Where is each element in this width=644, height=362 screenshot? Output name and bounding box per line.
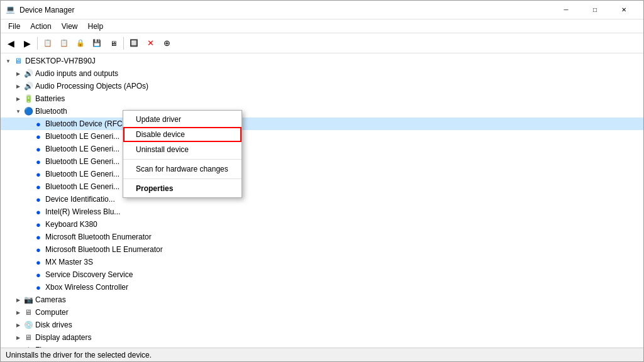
toolbar-sep-1: [37, 37, 38, 50]
bt-sds-label: Service Discovery Service: [45, 270, 133, 279]
tree-item-bt-sds[interactable]: ● Service Discovery Service: [1, 268, 643, 281]
menu-file[interactable]: File: [3, 21, 25, 32]
audio-inputs-expand-icon: ▶: [13, 69, 23, 79]
bt-le2-icon: ●: [33, 144, 43, 154]
ctx-properties[interactable]: Properties: [123, 181, 242, 196]
minimize-button[interactable]: ─: [552, 1, 580, 19]
bluetooth-expand-icon: ▼: [13, 106, 23, 116]
tree-item-apo[interactable]: ▶ 🔊 Audio Processing Objects (APOs): [1, 80, 643, 92]
tree-item-audio-inputs[interactable]: ▶ 🔊 Audio inputs and outputs: [1, 67, 643, 80]
root-label: DESKTOP-VH7B90J: [25, 57, 96, 65]
ctx-scan-changes[interactable]: Scan for hardware changes: [123, 162, 242, 177]
bt-mxmaster-expand-icon: [23, 257, 33, 267]
bt-mxmaster-label: MX Master 3S: [45, 258, 93, 266]
ctx-update-driver[interactable]: Update driver: [123, 112, 242, 127]
toolbar-driver[interactable]: 🔒: [73, 36, 88, 51]
tree-item-bt-rfcomm[interactable]: ● Bluetooth Device (RFCOMM Protocol TDI): [1, 118, 643, 130]
toolbar-remove[interactable]: ✕: [143, 36, 158, 51]
ctx-sep-2: [123, 178, 242, 179]
bt-kbd-icon: ●: [33, 219, 43, 229]
tree-item-bt-le3[interactable]: ● Bluetooth LE Generi...: [1, 155, 643, 168]
bt-rfcomm-expand-icon: [23, 119, 33, 129]
bt-intel-icon: ●: [33, 207, 43, 217]
bt-le1-expand-icon: [23, 131, 33, 141]
tree-item-bt-le2[interactable]: ● Bluetooth LE Generi...: [1, 143, 643, 155]
tree-item-disk[interactable]: ▶ 💿 Disk drives: [1, 319, 643, 331]
menu-help[interactable]: Help: [83, 21, 109, 32]
content-area: ▼ 🖥 DESKTOP-VH7B90J ▶ 🔊 Audio inputs and…: [1, 53, 643, 348]
toolbar-properties[interactable]: 📋: [40, 36, 55, 51]
disk-expand-icon: ▶: [13, 320, 23, 330]
bt-xbox-label: Xbox Wireless Controller: [45, 283, 128, 292]
status-text: Uninstalls the driver for the selected d…: [6, 351, 152, 359]
bt-devid-expand-icon: [23, 194, 33, 204]
toolbar-scan[interactable]: 🔲: [126, 36, 142, 51]
computer-expand-icon: ▶: [13, 307, 23, 317]
tree-item-bt-le4[interactable]: ● Bluetooth LE Generi...: [1, 168, 643, 180]
tree-item-bt-xbox[interactable]: ● Xbox Wireless Controller: [1, 281, 643, 293]
tree-item-batteries[interactable]: ▶ 🔋 Batteries: [1, 92, 643, 105]
apo-expand-icon: ▶: [13, 81, 23, 91]
menu-view[interactable]: View: [57, 21, 83, 32]
maximize-button[interactable]: □: [580, 1, 609, 19]
bt-le3-label: Bluetooth LE Generi...: [45, 157, 119, 166]
tree-root[interactable]: ▼ 🖥 DESKTOP-VH7B90J: [1, 55, 643, 67]
toolbar-forward[interactable]: ▶: [19, 36, 35, 51]
window-controls: ─ □ ✕: [552, 1, 638, 19]
ctx-disable-device[interactable]: Disable device: [123, 127, 242, 142]
bt-devid-icon: ●: [33, 194, 43, 204]
tree-item-bluetooth[interactable]: ▼ 🔵 Bluetooth: [1, 105, 643, 118]
close-button[interactable]: ✕: [609, 1, 638, 19]
context-menu: Update driver Disable device Uninstall d…: [123, 110, 242, 198]
bt-msleenum-icon: ●: [33, 244, 43, 255]
toolbar-save[interactable]: 💾: [89, 36, 104, 51]
root-expand-icon: ▼: [3, 56, 13, 66]
audio-inputs-label: Audio inputs and outputs: [35, 69, 118, 78]
toolbar-screen[interactable]: 🖥: [106, 36, 121, 51]
bt-sds-icon: ●: [33, 270, 43, 280]
ctx-uninstall-device[interactable]: Uninstall device: [123, 142, 242, 157]
tree-item-cameras[interactable]: ▶ 📷 Cameras: [1, 293, 643, 306]
disk-icon: 💿: [23, 320, 33, 330]
bt-rfcomm-icon: ●: [33, 119, 43, 129]
bt-kbd-expand-icon: [23, 219, 33, 229]
title-bar: 💻 Device Manager ─ □ ✕: [1, 1, 643, 19]
batteries-icon: 🔋: [23, 94, 33, 104]
cameras-expand-icon: ▶: [13, 295, 23, 305]
bt-sds-expand-icon: [23, 270, 33, 280]
display-expand-icon: ▶: [13, 332, 23, 343]
tree-item-bt-msenum[interactable]: ● Microsoft Bluetooth Enumerator: [1, 231, 643, 243]
ctx-sep-1: [123, 159, 242, 160]
tree-item-bt-intel[interactable]: ● Intel(R) Wireless Blu...: [1, 206, 643, 218]
tree-item-bt-le1[interactable]: ● Bluetooth LE Generi...: [1, 130, 643, 143]
bt-le2-expand-icon: [23, 144, 33, 154]
toolbar-update[interactable]: 📋: [57, 36, 72, 51]
bt-le1-icon: ●: [33, 131, 43, 141]
tree-item-computer[interactable]: ▶ 🖥 Computer: [1, 306, 643, 319]
bt-msenum-icon: ●: [33, 232, 43, 242]
device-tree[interactable]: ▼ 🖥 DESKTOP-VH7B90J ▶ 🔊 Audio inputs and…: [1, 53, 643, 348]
tree-item-display[interactable]: ▶ 🖥 Display adapters: [1, 331, 643, 344]
toolbar: ◀ ▶ 📋 📋 🔒 💾 🖥 🔲 ✕ ⊕: [1, 33, 643, 53]
menu-action[interactable]: Action: [25, 21, 56, 32]
bt-devid-label: Device Identificatio...: [45, 195, 115, 204]
tree-item-bt-msleenum[interactable]: ● Microsoft Bluetooth LE Enumerator: [1, 243, 643, 256]
bt-le4-icon: ●: [33, 169, 43, 179]
bt-kbd-label: Keyboard K380: [45, 220, 97, 229]
tree-item-bt-kbd[interactable]: ● Keyboard K380: [1, 218, 643, 231]
bt-msenum-label: Microsoft Bluetooth Enumerator: [45, 233, 152, 241]
tree-item-bt-mxmaster[interactable]: ● MX Master 3S: [1, 256, 643, 268]
toolbar-back[interactable]: ◀: [3, 36, 18, 51]
bt-mxmaster-icon: ●: [33, 257, 43, 267]
tree-item-bt-le5[interactable]: ● Bluetooth LE Generi...: [1, 180, 643, 193]
computer-icon: 🖥: [23, 307, 33, 317]
bt-le5-expand-icon: [23, 182, 33, 192]
device-manager-window: 💻 Device Manager ─ □ ✕ File Action View …: [0, 0, 644, 362]
tree-item-bt-devid[interactable]: ● Device Identificatio...: [1, 193, 643, 206]
bt-intel-expand-icon: [23, 207, 33, 217]
menu-bar: File Action View Help: [1, 19, 643, 33]
status-bar: Uninstalls the driver for the selected d…: [1, 348, 643, 361]
bt-le3-expand-icon: [23, 156, 33, 167]
bt-msleenum-label: Microsoft Bluetooth LE Enumerator: [45, 245, 163, 254]
toolbar-add[interactable]: ⊕: [159, 36, 174, 51]
